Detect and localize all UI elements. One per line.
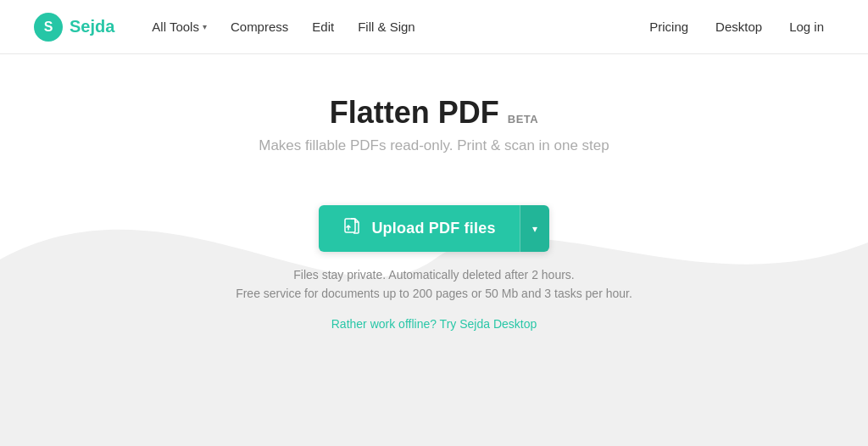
upload-button-container: Upload PDF files ▾ bbox=[319, 205, 548, 252]
navbar: S Sejda All Tools ▾ Compress Edit Fill &… bbox=[0, 0, 868, 54]
logo-icon: S bbox=[34, 13, 63, 42]
main-content: Flatten PDF BETA Makes fillable PDFs rea… bbox=[0, 54, 868, 446]
nav-desktop[interactable]: Desktop bbox=[705, 13, 772, 41]
nav-edit[interactable]: Edit bbox=[302, 13, 344, 41]
chevron-down-icon: ▾ bbox=[203, 22, 207, 31]
nav-all-tools[interactable]: All Tools ▾ bbox=[142, 13, 217, 41]
nav-links: All Tools ▾ Compress Edit Fill & Sign bbox=[142, 13, 639, 41]
nav-pricing[interactable]: Pricing bbox=[639, 13, 698, 41]
upload-section: Upload PDF files ▾ Files stay private. A… bbox=[0, 205, 868, 331]
pdf-upload-icon bbox=[342, 217, 361, 240]
nav-compress[interactable]: Compress bbox=[220, 13, 298, 41]
nav-fill-sign[interactable]: Fill & Sign bbox=[348, 13, 426, 41]
nav-login[interactable]: Log in bbox=[779, 13, 834, 41]
upload-dropdown-button[interactable]: ▾ bbox=[520, 205, 549, 252]
brand-name: Sejda bbox=[70, 17, 114, 36]
offline-desktop-link[interactable]: Rather work offline? Try Sejda Desktop bbox=[331, 317, 537, 331]
hero-title-area: Flatten PDF BETA Makes fillable PDFs rea… bbox=[0, 95, 868, 154]
chevron-down-icon: ▾ bbox=[532, 223, 537, 235]
logo-link[interactable]: S Sejda bbox=[34, 13, 114, 42]
upload-button-label: Upload PDF files bbox=[371, 220, 495, 237]
nav-right: Pricing Desktop Log in bbox=[639, 13, 834, 41]
privacy-note: Files stay private. Automatically delete… bbox=[236, 265, 632, 304]
beta-badge: BETA bbox=[508, 113, 538, 125]
upload-pdf-button[interactable]: Upload PDF files bbox=[319, 205, 519, 252]
page-title-text: Flatten PDF bbox=[330, 95, 499, 131]
page-subtitle: Makes fillable PDFs read-only. Print & s… bbox=[0, 137, 868, 154]
page-title: Flatten PDF BETA bbox=[330, 95, 538, 131]
svg-rect-0 bbox=[345, 219, 355, 232]
